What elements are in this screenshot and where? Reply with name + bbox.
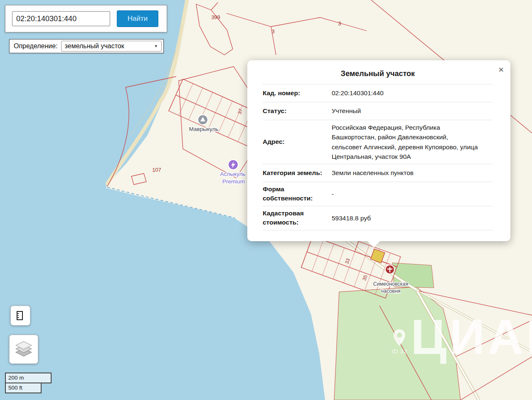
- parcel-label-107: 107: [152, 167, 161, 173]
- cadastral-number-input[interactable]: [12, 11, 110, 26]
- parcel-label-399: 399: [211, 14, 220, 20]
- info-row-address: Адрес: Российская Федерация, Республика …: [263, 120, 493, 164]
- close-icon[interactable]: ×: [498, 65, 504, 74]
- info-rows: Кад. номер: 02:20:140301:440 Статус: Учт…: [263, 84, 493, 230]
- aslykul-label-line1: Аслыкуль: [220, 171, 246, 177]
- info-label: Статус:: [263, 106, 332, 116]
- mavrykul-marker-icon[interactable]: [198, 115, 208, 125]
- info-value: 593418.8 руб: [332, 213, 371, 223]
- info-row-cad-number: Кад. номер: 02:20:140301:440: [263, 84, 493, 102]
- info-value: 02:20:140301:440: [332, 88, 384, 98]
- ruler-icon: [15, 310, 26, 321]
- layers-button[interactable]: [9, 335, 38, 364]
- measure-button[interactable]: [10, 306, 30, 326]
- aslykul-label-line2: Premium: [222, 178, 245, 185]
- info-label: Кад. номер:: [263, 89, 332, 98]
- chapel-label-line2: часовня: [381, 288, 400, 294]
- scale-metric: 200 m: [5, 373, 52, 383]
- info-row-cadastral-value: Кадастровая стоимость: 593418.8 руб: [263, 206, 493, 230]
- aslykul-marker-icon[interactable]: [228, 160, 238, 170]
- info-row-category: Категория земель: Земли населенных пункт…: [263, 164, 493, 182]
- definition-select[interactable]: земельный участок: [61, 41, 162, 52]
- scale-imperial: 500 ft: [5, 383, 42, 393]
- chapel-marker-icon[interactable]: [385, 265, 394, 274]
- search-button[interactable]: Найти: [117, 10, 158, 27]
- info-value: Земли населенных пунктов: [332, 168, 414, 178]
- parcel-label-3a: 3: [271, 28, 274, 35]
- chapel-label-line1: Симеоновская: [373, 281, 409, 287]
- mavrykul-label: Маврыкуль: [189, 126, 219, 132]
- info-value: Учтенный: [332, 106, 361, 116]
- info-label: Адрес:: [263, 137, 332, 146]
- definition-panel: Определение: земельный участок: [9, 39, 164, 53]
- search-panel: Найти: [5, 5, 167, 32]
- chevron-down-icon: [154, 44, 158, 48]
- info-row-status: Статус: Учтенный: [263, 102, 493, 120]
- info-label: Кадастровая стоимость:: [263, 209, 332, 227]
- info-label: Форма собственности:: [263, 185, 332, 203]
- parcel-info-popup: × Земельный участок Кад. номер: 02:20:14…: [247, 60, 510, 241]
- info-value: -: [332, 189, 334, 199]
- info-value: Российская Федерация, Республика Башкорт…: [332, 123, 478, 161]
- parcel-label-3b: 3: [338, 20, 341, 27]
- definition-label: Определение:: [14, 42, 58, 50]
- scale-control: 200 m 500 ft: [5, 373, 52, 393]
- layers-icon: [14, 341, 33, 358]
- definition-selected-value: земельный участок: [65, 42, 124, 50]
- popup-title: Земельный участок: [263, 69, 493, 78]
- info-label: Категория земель:: [263, 168, 332, 178]
- info-row-ownership: Форма собственности: -: [263, 182, 493, 206]
